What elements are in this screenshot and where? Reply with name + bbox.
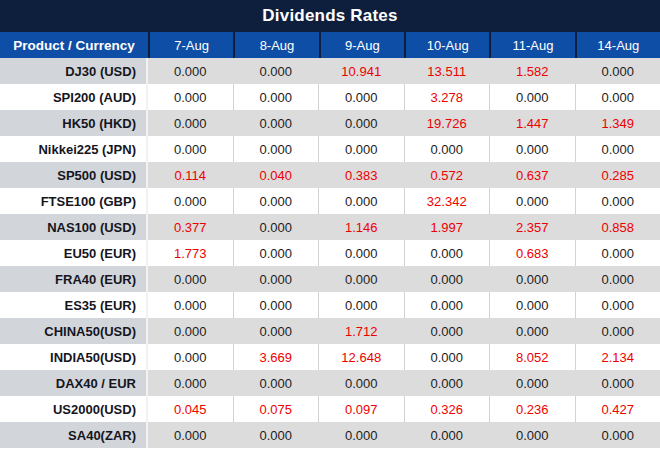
dividend-value-cell: 0.000 [405,240,491,266]
dividend-value-cell: 0.000 [576,84,660,110]
column-header-date: 10-Aug [404,32,489,58]
dividend-value-cell: 0.000 [490,136,576,162]
dividend-value-cell: 0.000 [319,110,405,136]
dividend-value-cell: 12.648 [319,344,405,370]
dividend-value-cell: 0.326 [405,396,491,422]
dividend-value-cell: 0.000 [405,136,491,162]
product-cell: SA40(ZAR) [0,422,148,448]
header-row: Product / Currency 7-Aug8-Aug9-Aug10-Aug… [0,32,660,58]
table-row: NAS100 (USD)0.3770.0001.1461.9972.3570.8… [0,214,660,240]
dividend-value-cell: 0.000 [148,344,234,370]
table-row: FRA40 (EUR)0.0000.0000.0000.0000.0000.00… [0,266,660,292]
dividend-value-cell: 0.858 [576,214,660,240]
dividend-value-cell: 0.000 [319,292,405,318]
table-row: Nikkei225 (JPN)0.0000.0000.0000.0000.000… [0,136,660,162]
table-row: EU50 (EUR)1.7730.0000.0000.0000.6830.000 [0,240,660,266]
title-bar: Dividends Rates [0,0,660,32]
product-cell: SPI200 (AUD) [0,84,148,110]
dividend-value-cell: 0.000 [405,370,491,396]
dividend-value-cell: 1.447 [490,110,576,136]
table-row: SPI200 (AUD)0.0000.0000.0003.2780.0000.0… [0,84,660,110]
product-cell: EU50 (EUR) [0,240,148,266]
dividend-value-cell: 0.572 [405,162,491,188]
dividend-value-cell: 0.000 [234,292,320,318]
product-cell: US2000(USD) [0,396,148,422]
dividends-rates-widget: Dividends Rates Product / Currency 7-Aug… [0,0,660,452]
product-cell: NAS100 (USD) [0,214,148,240]
dividend-value-cell: 0.000 [576,136,660,162]
table-row: SA40(ZAR)0.0000.0000.0000.0000.0000.000 [0,422,660,448]
dividend-value-cell: 0.285 [576,162,660,188]
dividend-value-cell: 0.000 [576,318,660,344]
dividend-value-cell: 0.000 [148,292,234,318]
dividend-value-cell: 0.383 [319,162,405,188]
page-title: Dividends Rates [262,6,397,26]
dividend-value-cell: 0.637 [490,162,576,188]
product-cell: Nikkei225 (JPN) [0,136,148,162]
dividend-value-cell: 0.000 [319,370,405,396]
dividend-value-cell: 0.000 [319,188,405,214]
dividend-value-cell: 0.427 [576,396,660,422]
product-cell: DJ30 (USD) [0,58,148,84]
dividend-value-cell: 1.773 [148,240,234,266]
product-cell: SP500 (USD) [0,162,148,188]
column-header-date: 8-Aug [233,32,318,58]
dividend-value-cell: 0.000 [576,58,660,84]
dividend-value-cell: 0.000 [576,370,660,396]
bottom-filler [0,448,660,452]
table-row: DAX40 / EUR0.0000.0000.0000.0000.0000.00… [0,370,660,396]
dividend-value-cell: 0.000 [490,266,576,292]
table-row: ES35 (EUR)0.0000.0000.0000.0000.0000.000 [0,292,660,318]
dividend-value-cell: 1.997 [405,214,491,240]
product-cell: FTSE100 (GBP) [0,188,148,214]
dividend-value-cell: 0.683 [490,240,576,266]
table-row: INDIA50(USD)0.0003.66912.6480.0008.0522.… [0,344,660,370]
dividend-value-cell: 0.000 [319,84,405,110]
dividend-value-cell: 1.712 [319,318,405,344]
product-cell: FRA40 (EUR) [0,266,148,292]
dividend-value-cell: 0.000 [490,292,576,318]
dividend-value-cell: 0.000 [148,370,234,396]
table-body: DJ30 (USD)0.0000.00010.94113.5111.5820.0… [0,58,660,448]
column-header-date: 7-Aug [148,32,233,58]
dividend-value-cell: 0.000 [319,422,405,448]
dividend-value-cell: 0.000 [234,318,320,344]
dividend-value-cell: 1.582 [490,58,576,84]
dividend-value-cell: 0.000 [148,110,234,136]
dividend-value-cell: 0.000 [490,318,576,344]
column-header-date: 9-Aug [319,32,404,58]
dividend-value-cell: 0.000 [576,266,660,292]
dividend-value-cell: 1.146 [319,214,405,240]
dividend-value-cell: 0.000 [234,136,320,162]
dividend-value-cell: 0.097 [319,396,405,422]
product-cell: ES35 (EUR) [0,292,148,318]
dividend-value-cell: 0.000 [234,422,320,448]
dividend-value-cell: 0.000 [405,422,491,448]
dividend-value-cell: 10.941 [319,58,405,84]
dividend-value-cell: 8.052 [490,344,576,370]
dividend-value-cell: 0.000 [234,84,320,110]
dividend-value-cell: 0.000 [234,370,320,396]
table-row: HK50 (HKD)0.0000.0000.00019.7261.4471.34… [0,110,660,136]
dividend-value-cell: 32.342 [405,188,491,214]
dividend-value-cell: 1.349 [576,110,660,136]
dividend-value-cell: 3.669 [234,344,320,370]
dividend-value-cell: 13.511 [405,58,491,84]
dividend-value-cell: 0.045 [148,396,234,422]
product-cell: HK50 (HKD) [0,110,148,136]
dividend-value-cell: 0.000 [576,292,660,318]
dividend-value-cell: 0.000 [234,188,320,214]
dividend-value-cell: 0.377 [148,214,234,240]
dividend-value-cell: 0.000 [148,318,234,344]
table-row: SP500 (USD)0.1140.0400.3830.5720.6370.28… [0,162,660,188]
dividend-value-cell: 0.000 [405,292,491,318]
table-row: DJ30 (USD)0.0000.00010.94113.5111.5820.0… [0,58,660,84]
dividend-value-cell: 0.000 [405,344,491,370]
dividend-value-cell: 0.000 [490,188,576,214]
dividend-value-cell: 0.000 [234,266,320,292]
dividend-value-cell: 0.000 [576,188,660,214]
dividend-value-cell: 0.000 [234,214,320,240]
dividend-value-cell: 0.000 [490,370,576,396]
dividend-value-cell: 3.278 [405,84,491,110]
dividend-value-cell: 0.000 [490,422,576,448]
